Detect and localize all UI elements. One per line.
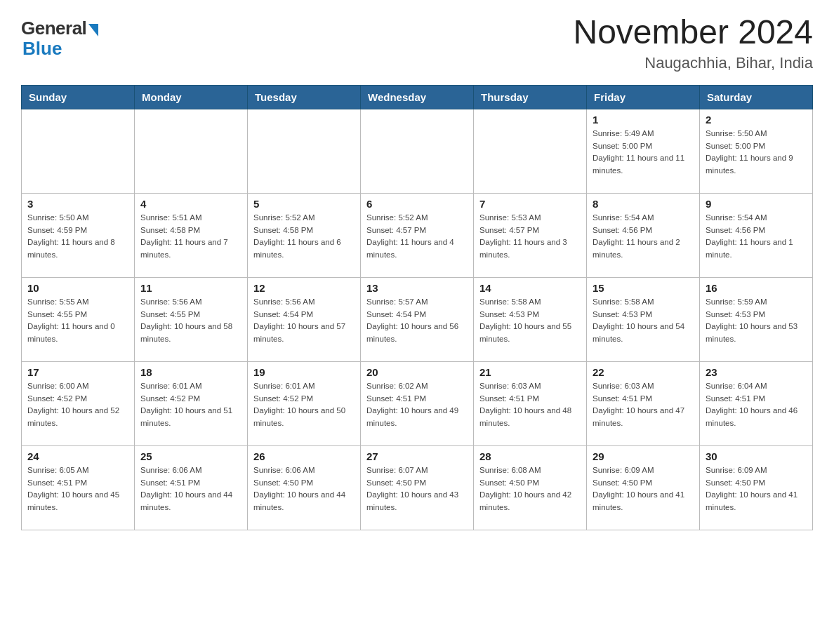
calendar-cell: 6Sunrise: 5:52 AMSunset: 4:57 PMDaylight…: [361, 193, 474, 277]
day-number: 28: [479, 450, 581, 462]
calendar-cell: 10Sunrise: 5:55 AMSunset: 4:55 PMDayligh…: [22, 277, 135, 361]
day-info: Sunrise: 6:07 AMSunset: 4:50 PMDaylight:…: [366, 464, 468, 514]
calendar-cell: 17Sunrise: 6:00 AMSunset: 4:52 PMDayligh…: [22, 361, 135, 445]
calendar-cell: 9Sunrise: 5:54 AMSunset: 4:56 PMDaylight…: [700, 193, 813, 277]
calendar-cell: 18Sunrise: 6:01 AMSunset: 4:52 PMDayligh…: [135, 361, 248, 445]
day-info: Sunrise: 5:54 AMSunset: 4:56 PMDaylight:…: [593, 212, 694, 262]
day-number: 21: [479, 366, 581, 378]
day-number: 19: [253, 366, 355, 378]
calendar-cell: 30Sunrise: 6:09 AMSunset: 4:50 PMDayligh…: [700, 445, 813, 530]
day-info: Sunrise: 5:51 AMSunset: 4:58 PMDaylight:…: [140, 212, 241, 262]
day-info: Sunrise: 5:56 AMSunset: 4:55 PMDaylight:…: [140, 296, 241, 346]
day-info: Sunrise: 5:59 AMSunset: 4:53 PMDaylight:…: [706, 296, 807, 346]
day-info: Sunrise: 5:57 AMSunset: 4:54 PMDaylight:…: [366, 296, 468, 346]
calendar-cell: 8Sunrise: 5:54 AMSunset: 4:56 PMDaylight…: [587, 193, 700, 277]
calendar-cell: 24Sunrise: 6:05 AMSunset: 4:51 PMDayligh…: [22, 445, 135, 530]
calendar-cell: [22, 109, 135, 193]
calendar-cell: 15Sunrise: 5:58 AMSunset: 4:53 PMDayligh…: [587, 277, 700, 361]
day-info: Sunrise: 6:02 AMSunset: 4:51 PMDaylight:…: [366, 380, 468, 430]
day-number: 13: [366, 282, 468, 294]
day-info: Sunrise: 5:58 AMSunset: 4:53 PMDaylight:…: [479, 296, 581, 346]
day-number: 23: [706, 366, 807, 378]
day-info: Sunrise: 6:06 AMSunset: 4:50 PMDaylight:…: [253, 464, 355, 514]
location-title: Naugachhia, Bihar, India: [573, 54, 813, 72]
day-number: 10: [27, 282, 128, 294]
day-info: Sunrise: 5:56 AMSunset: 4:54 PMDaylight:…: [253, 296, 355, 346]
calendar-cell: [248, 109, 361, 193]
calendar-cell: 1Sunrise: 5:49 AMSunset: 5:00 PMDaylight…: [587, 109, 700, 193]
calendar-cell: 19Sunrise: 6:01 AMSunset: 4:52 PMDayligh…: [248, 361, 361, 445]
calendar-cell: 28Sunrise: 6:08 AMSunset: 4:50 PMDayligh…: [474, 445, 587, 530]
calendar-cell: 7Sunrise: 5:53 AMSunset: 4:57 PMDaylight…: [474, 193, 587, 277]
calendar-cell: 5Sunrise: 5:52 AMSunset: 4:58 PMDaylight…: [248, 193, 361, 277]
day-number: 5: [253, 198, 355, 210]
day-number: 30: [706, 450, 807, 462]
calendar-cell: 29Sunrise: 6:09 AMSunset: 4:50 PMDayligh…: [587, 445, 700, 530]
day-info: Sunrise: 6:04 AMSunset: 4:51 PMDaylight:…: [706, 380, 807, 430]
week-row: 1Sunrise: 5:49 AMSunset: 5:00 PMDaylight…: [22, 109, 813, 193]
page-header: General Blue November 2024 Naugachhia, B…: [21, 14, 813, 72]
calendar-cell: 12Sunrise: 5:56 AMSunset: 4:54 PMDayligh…: [248, 277, 361, 361]
calendar-cell: 21Sunrise: 6:03 AMSunset: 4:51 PMDayligh…: [474, 361, 587, 445]
day-info: Sunrise: 5:54 AMSunset: 4:56 PMDaylight:…: [706, 212, 807, 262]
calendar-cell: 26Sunrise: 6:06 AMSunset: 4:50 PMDayligh…: [248, 445, 361, 530]
logo-general-text: General: [21, 18, 86, 39]
day-info: Sunrise: 6:03 AMSunset: 4:51 PMDaylight:…: [479, 380, 581, 430]
day-number: 22: [593, 366, 694, 378]
calendar-cell: 27Sunrise: 6:07 AMSunset: 4:50 PMDayligh…: [361, 445, 474, 530]
calendar-cell: 4Sunrise: 5:51 AMSunset: 4:58 PMDaylight…: [135, 193, 248, 277]
day-of-week-header: Wednesday: [361, 85, 474, 109]
day-info: Sunrise: 6:08 AMSunset: 4:50 PMDaylight:…: [479, 464, 581, 514]
calendar-cell: 25Sunrise: 6:06 AMSunset: 4:51 PMDayligh…: [135, 445, 248, 530]
day-of-week-header: Sunday: [22, 85, 135, 109]
day-number: 26: [253, 450, 355, 462]
calendar-cell: 16Sunrise: 5:59 AMSunset: 4:53 PMDayligh…: [700, 277, 813, 361]
day-info: Sunrise: 5:49 AMSunset: 5:00 PMDaylight:…: [593, 128, 694, 177]
calendar-cell: [135, 109, 248, 193]
day-number: 29: [593, 450, 694, 462]
title-block: November 2024 Naugachhia, Bihar, India: [573, 14, 813, 72]
logo-blue-text: Blue: [22, 38, 62, 60]
month-title: November 2024: [573, 14, 813, 51]
day-info: Sunrise: 5:50 AMSunset: 4:59 PMDaylight:…: [27, 212, 128, 262]
day-number: 6: [366, 198, 468, 210]
day-number: 15: [593, 282, 694, 294]
day-number: 27: [366, 450, 468, 462]
calendar-cell: [361, 109, 474, 193]
calendar-header-row: SundayMondayTuesdayWednesdayThursdayFrid…: [22, 85, 813, 109]
day-of-week-header: Tuesday: [248, 85, 361, 109]
day-info: Sunrise: 5:53 AMSunset: 4:57 PMDaylight:…: [479, 212, 581, 262]
calendar-cell: 22Sunrise: 6:03 AMSunset: 4:51 PMDayligh…: [587, 361, 700, 445]
calendar-cell: 13Sunrise: 5:57 AMSunset: 4:54 PMDayligh…: [361, 277, 474, 361]
day-number: 9: [706, 198, 807, 210]
calendar-cell: 23Sunrise: 6:04 AMSunset: 4:51 PMDayligh…: [700, 361, 813, 445]
day-number: 7: [479, 198, 581, 210]
day-info: Sunrise: 5:52 AMSunset: 4:58 PMDaylight:…: [253, 212, 355, 262]
day-info: Sunrise: 5:58 AMSunset: 4:53 PMDaylight:…: [593, 296, 694, 346]
week-row: 10Sunrise: 5:55 AMSunset: 4:55 PMDayligh…: [22, 277, 813, 361]
logo-arrow-icon: [88, 24, 98, 36]
week-row: 3Sunrise: 5:50 AMSunset: 4:59 PMDaylight…: [22, 193, 813, 277]
day-of-week-header: Saturday: [700, 85, 813, 109]
calendar-cell: 3Sunrise: 5:50 AMSunset: 4:59 PMDaylight…: [22, 193, 135, 277]
calendar-cell: 2Sunrise: 5:50 AMSunset: 5:00 PMDaylight…: [700, 109, 813, 193]
day-info: Sunrise: 6:01 AMSunset: 4:52 PMDaylight:…: [253, 380, 355, 430]
day-of-week-header: Thursday: [474, 85, 587, 109]
day-info: Sunrise: 6:09 AMSunset: 4:50 PMDaylight:…: [706, 464, 807, 514]
day-number: 2: [706, 114, 807, 126]
day-number: 1: [593, 114, 694, 126]
day-info: Sunrise: 6:05 AMSunset: 4:51 PMDaylight:…: [27, 464, 128, 514]
day-info: Sunrise: 6:09 AMSunset: 4:50 PMDaylight:…: [593, 464, 694, 514]
day-number: 11: [140, 282, 241, 294]
calendar-cell: 14Sunrise: 5:58 AMSunset: 4:53 PMDayligh…: [474, 277, 587, 361]
day-info: Sunrise: 6:06 AMSunset: 4:51 PMDaylight:…: [140, 464, 241, 514]
day-info: Sunrise: 5:50 AMSunset: 5:00 PMDaylight:…: [706, 128, 807, 177]
day-of-week-header: Friday: [587, 85, 700, 109]
day-number: 3: [27, 198, 128, 210]
calendar-cell: [474, 109, 587, 193]
day-info: Sunrise: 5:55 AMSunset: 4:55 PMDaylight:…: [27, 296, 128, 346]
day-number: 18: [140, 366, 241, 378]
day-number: 25: [140, 450, 241, 462]
calendar-cell: 11Sunrise: 5:56 AMSunset: 4:55 PMDayligh…: [135, 277, 248, 361]
day-number: 8: [593, 198, 694, 210]
